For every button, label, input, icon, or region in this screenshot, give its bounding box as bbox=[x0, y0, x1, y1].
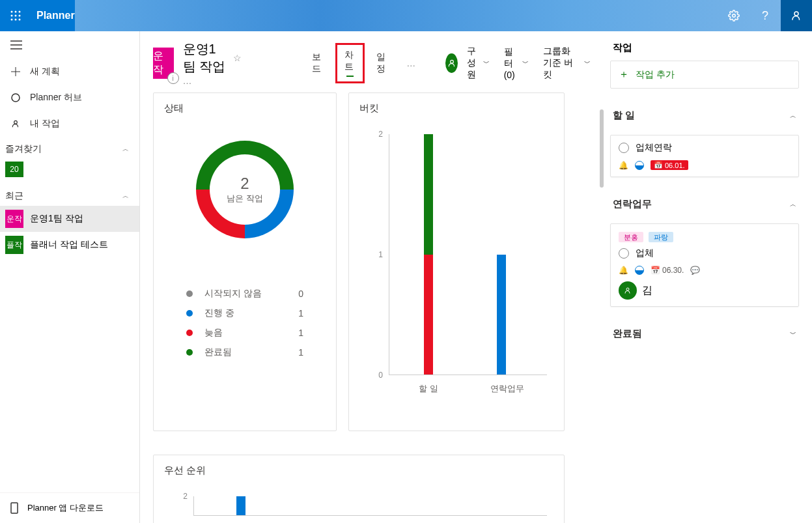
account-icon[interactable] bbox=[781, 0, 812, 31]
app-launcher-icon[interactable] bbox=[0, 0, 31, 31]
checkbox-icon[interactable] bbox=[619, 143, 629, 153]
bell-icon: 🔔 bbox=[619, 266, 628, 275]
circle-icon bbox=[10, 93, 21, 102]
chevron-up-icon: ︿ bbox=[122, 145, 129, 154]
dot-icon bbox=[186, 310, 193, 317]
checkbox-icon[interactable] bbox=[619, 248, 629, 259]
member-avatar[interactable] bbox=[445, 53, 458, 73]
svg-point-19 bbox=[450, 60, 453, 63]
hamburger-icon[interactable] bbox=[0, 31, 139, 59]
status-legend: 시작되지 않음0 진행 중1 늦음1 완료됨1 bbox=[186, 284, 303, 362]
section-todo-header[interactable]: 할 일 ︿ bbox=[610, 102, 799, 130]
task-name: 업체 bbox=[636, 247, 654, 259]
chevron-down-icon: ﹀ bbox=[584, 59, 591, 68]
plan-title: 운영1팀 작업 bbox=[183, 40, 229, 76]
svg-point-6 bbox=[11, 19, 13, 21]
panel-title: 작업 bbox=[610, 42, 799, 54]
calendar-icon: 📅 bbox=[654, 161, 663, 169]
chevron-up-icon: ︿ bbox=[790, 200, 796, 209]
recent-plan-item[interactable]: 운작 운영1팀 작업 bbox=[0, 206, 139, 232]
y-tick: 2 bbox=[378, 130, 383, 139]
nav-label: Planner 허브 bbox=[30, 92, 82, 104]
y-tick: 2 bbox=[183, 492, 188, 501]
plus-icon bbox=[10, 67, 21, 76]
favorites-header[interactable]: 즐겨찾기 ︿ bbox=[0, 137, 139, 159]
card-title: 상태 bbox=[164, 102, 326, 115]
help-icon[interactable]: ? bbox=[749, 0, 781, 31]
bell-icon: 🔔 bbox=[619, 161, 628, 170]
recent-header[interactable]: 최근 ︿ bbox=[0, 184, 139, 206]
plan-tile: 운작 bbox=[5, 210, 23, 228]
remaining-label: 남은 작업 bbox=[227, 193, 263, 205]
svg-point-8 bbox=[19, 19, 21, 21]
section-contact-header[interactable]: 연락업무 ︿ bbox=[610, 190, 799, 218]
section-label: 즐겨찾기 bbox=[5, 143, 42, 155]
favorites-badge[interactable]: 20 bbox=[5, 162, 23, 177]
nav-my-tasks[interactable]: 내 작업 bbox=[0, 111, 139, 137]
assignee-name: 김 bbox=[642, 284, 652, 298]
svg-point-7 bbox=[15, 19, 17, 21]
bar-segment bbox=[424, 255, 433, 375]
task-card[interactable]: 분홍 파랑 업체 🔔 📅 06.30. 💬 bbox=[610, 223, 799, 307]
priority-card: 우선 순위 2 bbox=[153, 455, 565, 523]
status-card: 상태 2 남은 작업 시작되지 않음0 진행 중1 늦음1 완료 bbox=[153, 92, 337, 431]
tab-chart[interactable]: 차트 bbox=[335, 43, 365, 83]
chevron-down-icon: ﹀ bbox=[483, 59, 490, 68]
legend-item: 완료됨1 bbox=[186, 343, 303, 362]
tab-schedule[interactable]: 일정 bbox=[367, 45, 397, 81]
plus-icon: ＋ bbox=[619, 68, 629, 81]
svg-point-0 bbox=[11, 11, 13, 13]
y-tick: 0 bbox=[378, 371, 383, 380]
chevron-down-icon: ﹀ bbox=[522, 59, 529, 68]
bar-segment bbox=[497, 255, 506, 375]
card-title: 우선 순위 bbox=[164, 464, 553, 477]
app-title[interactable]: Planner bbox=[31, 10, 75, 21]
main-content: 운작 i 운영1팀 작업 ☆ … 보드 차트 일정 bbox=[140, 31, 604, 523]
more-icon[interactable]: … bbox=[183, 76, 242, 86]
info-icon[interactable]: i bbox=[167, 72, 179, 84]
bar-segment bbox=[424, 134, 433, 255]
task-card[interactable]: 업체연락 🔔 📅 06.01. bbox=[610, 135, 799, 177]
settings-icon[interactable] bbox=[718, 0, 749, 31]
legend-item: 진행 중1 bbox=[186, 304, 303, 323]
svg-point-17 bbox=[14, 120, 18, 124]
svg-point-4 bbox=[15, 15, 17, 17]
members-dropdown[interactable]: 구성원﹀ bbox=[467, 46, 490, 81]
nav-new-plan[interactable]: 새 계획 bbox=[0, 59, 139, 85]
card-title: 버킷 bbox=[359, 102, 553, 115]
task-name: 업체연락 bbox=[636, 142, 672, 154]
x-label: 할 일 bbox=[389, 383, 468, 395]
filter-dropdown[interactable]: 필터 (0)﹀ bbox=[504, 46, 529, 80]
chevron-up-icon: ︿ bbox=[790, 111, 796, 120]
star-icon[interactable]: ☆ bbox=[233, 53, 242, 63]
plan-tile: 플작 bbox=[5, 236, 23, 254]
tab-board[interactable]: 보드 bbox=[303, 45, 333, 81]
tag-pink: 분홍 bbox=[619, 232, 643, 242]
chevron-up-icon: ︿ bbox=[122, 191, 129, 201]
svg-point-20 bbox=[626, 288, 629, 290]
recent-plan-item[interactable]: 플작 플래너 작업 테스트 bbox=[0, 232, 139, 258]
chevron-down-icon: ﹀ bbox=[790, 330, 796, 339]
svg-point-5 bbox=[19, 15, 21, 17]
download-app-link[interactable]: Planner 앱 다운로드 bbox=[0, 492, 139, 523]
calendar-icon: 📅 bbox=[651, 266, 660, 275]
person-icon bbox=[10, 119, 21, 128]
y-tick: 1 bbox=[378, 250, 383, 259]
phone-icon bbox=[10, 502, 18, 514]
avatar[interactable] bbox=[619, 281, 637, 300]
x-label: 연락업무 bbox=[468, 383, 548, 395]
bucket-bar-chart: 2 1 0 할 일 연락업무 bbox=[359, 128, 553, 401]
tabs-more-icon[interactable]: … bbox=[400, 51, 423, 75]
sidebar: 새 계획 Planner 허브 내 작업 즐겨찾기 ︿ 20 최근 ︿ 운작 운… bbox=[0, 31, 140, 523]
plan-tile-large[interactable]: 운작 i bbox=[153, 48, 174, 79]
scrollbar[interactable] bbox=[600, 109, 604, 188]
remaining-count: 2 bbox=[240, 175, 249, 193]
nav-hub[interactable]: Planner 허브 bbox=[0, 85, 139, 111]
section-done-header[interactable]: 완료됨 ﹀ bbox=[610, 320, 799, 348]
add-task-button[interactable]: ＋ 작업 추가 bbox=[610, 61, 799, 89]
legend-item: 시작되지 않음0 bbox=[186, 284, 303, 304]
download-label: Planner 앱 다운로드 bbox=[27, 502, 104, 514]
groupby-dropdown[interactable]: 그룹화 기준 버킷﹀ bbox=[543, 46, 591, 81]
dot-icon bbox=[186, 290, 193, 297]
svg-point-2 bbox=[19, 11, 21, 13]
